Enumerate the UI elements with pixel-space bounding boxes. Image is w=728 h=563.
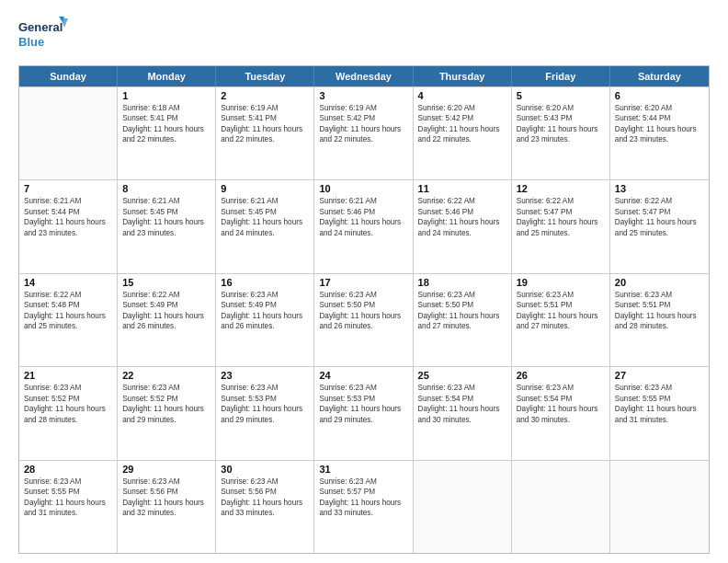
daylight-line: Daylight: 11 hours hoursand 23 minutes. (615, 124, 704, 145)
day-cell-1: 1 Sunrise: 6:18 AM Sunset: 5:41 PM Dayli… (118, 87, 216, 179)
day-number: 18 (418, 277, 506, 288)
day-number: 25 (418, 370, 506, 381)
daylight-line: Daylight: 11 hours hoursand 28 minutes. (615, 311, 704, 332)
sunset-line: Sunset: 5:55 PM (615, 394, 704, 404)
day-cell-31: 31 Sunrise: 6:23 AM Sunset: 5:57 PM Dayl… (314, 461, 413, 553)
sunset-line: Sunset: 5:42 PM (319, 113, 407, 123)
general-blue-logo: General Blue (18, 15, 69, 56)
sunset-line: Sunset: 5:53 PM (221, 394, 309, 404)
sunrise-line: Sunrise: 6:23 AM (517, 383, 605, 393)
day-cell-3: 3 Sunrise: 6:19 AM Sunset: 5:42 PM Dayli… (314, 87, 413, 179)
daylight-line: Daylight: 11 hours hoursand 28 minutes. (24, 404, 112, 425)
day-cell-17: 17 Sunrise: 6:23 AM Sunset: 5:50 PM Dayl… (314, 274, 413, 366)
day-number: 7 (24, 183, 112, 194)
day-cell-5: 5 Sunrise: 6:20 AM Sunset: 5:43 PM Dayli… (512, 87, 610, 179)
sunrise-line: Sunrise: 6:21 AM (221, 196, 309, 206)
day-number: 28 (24, 464, 112, 475)
daylight-line: Daylight: 11 hours hoursand 22 minutes. (418, 124, 506, 145)
sunrise-line: Sunrise: 6:20 AM (615, 103, 704, 113)
day-number: 23 (221, 370, 309, 381)
day-cell-28: 28 Sunrise: 6:23 AM Sunset: 5:55 PM Dayl… (19, 461, 118, 553)
sunrise-line: Sunrise: 6:23 AM (319, 477, 407, 487)
day-cell-15: 15 Sunrise: 6:22 AM Sunset: 5:49 PM Dayl… (118, 274, 216, 366)
day-number: 19 (517, 277, 605, 288)
day-number: 24 (319, 370, 407, 381)
calendar-week-2: 7 Sunrise: 6:21 AM Sunset: 5:44 PM Dayli… (19, 179, 709, 272)
sunrise-line: Sunrise: 6:23 AM (122, 383, 210, 393)
logo: General Blue (18, 15, 69, 56)
day-number: 9 (221, 183, 309, 194)
daylight-line: Daylight: 11 hours hoursand 32 minutes. (122, 498, 210, 519)
sunset-line: Sunset: 5:57 PM (319, 487, 407, 497)
day-cell-16: 16 Sunrise: 6:23 AM Sunset: 5:49 PM Dayl… (216, 274, 314, 366)
day-number: 22 (122, 370, 210, 381)
daylight-line: Daylight: 11 hours hoursand 26 minutes. (221, 311, 309, 332)
daylight-line: Daylight: 11 hours hoursand 26 minutes. (319, 311, 407, 332)
empty-cell (414, 461, 512, 553)
daylight-line: Daylight: 11 hours hoursand 30 minutes. (418, 404, 506, 425)
sunrise-line: Sunrise: 6:23 AM (122, 477, 210, 487)
sunset-line: Sunset: 5:52 PM (24, 394, 112, 404)
day-number: 11 (418, 183, 506, 194)
day-cell-18: 18 Sunrise: 6:23 AM Sunset: 5:50 PM Dayl… (414, 274, 512, 366)
empty-cell (19, 87, 118, 179)
day-number: 12 (517, 183, 605, 194)
calendar-week-1: 1 Sunrise: 6:18 AM Sunset: 5:41 PM Dayli… (19, 86, 709, 179)
daylight-line: Daylight: 11 hours hoursand 23 minutes. (122, 217, 210, 238)
daylight-line: Daylight: 11 hours hoursand 33 minutes. (221, 498, 309, 519)
calendar-week-4: 21 Sunrise: 6:23 AM Sunset: 5:52 PM Dayl… (19, 366, 709, 459)
day-cell-21: 21 Sunrise: 6:23 AM Sunset: 5:52 PM Dayl… (19, 367, 118, 459)
day-cell-7: 7 Sunrise: 6:21 AM Sunset: 5:44 PM Dayli… (19, 180, 118, 272)
day-cell-9: 9 Sunrise: 6:21 AM Sunset: 5:45 PM Dayli… (216, 180, 314, 272)
sunrise-line: Sunrise: 6:22 AM (517, 196, 605, 206)
day-cell-13: 13 Sunrise: 6:22 AM Sunset: 5:47 PM Dayl… (610, 180, 709, 272)
sunset-line: Sunset: 5:46 PM (418, 207, 506, 217)
sunrise-line: Sunrise: 6:21 AM (24, 196, 112, 206)
sunset-line: Sunset: 5:44 PM (24, 207, 112, 217)
day-cell-8: 8 Sunrise: 6:21 AM Sunset: 5:45 PM Dayli… (118, 180, 216, 272)
svg-text:General: General (18, 20, 63, 34)
sunset-line: Sunset: 5:51 PM (615, 300, 704, 310)
day-cell-23: 23 Sunrise: 6:23 AM Sunset: 5:53 PM Dayl… (216, 367, 314, 459)
sunset-line: Sunset: 5:45 PM (221, 207, 309, 217)
day-number: 30 (221, 464, 309, 475)
sunrise-line: Sunrise: 6:23 AM (221, 383, 309, 393)
day-number: 13 (615, 183, 704, 194)
daylight-line: Daylight: 11 hours hoursand 25 minutes. (517, 217, 605, 238)
sunset-line: Sunset: 5:54 PM (418, 394, 506, 404)
day-cell-2: 2 Sunrise: 6:19 AM Sunset: 5:41 PM Dayli… (216, 87, 314, 179)
daylight-line: Daylight: 11 hours hoursand 27 minutes. (418, 311, 506, 332)
calendar-week-5: 28 Sunrise: 6:23 AM Sunset: 5:55 PM Dayl… (19, 460, 709, 553)
day-cell-4: 4 Sunrise: 6:20 AM Sunset: 5:42 PM Dayli… (414, 87, 512, 179)
header-day-tuesday: Tuesday (216, 66, 314, 86)
sunset-line: Sunset: 5:50 PM (319, 300, 407, 310)
day-cell-19: 19 Sunrise: 6:23 AM Sunset: 5:51 PM Dayl… (512, 274, 610, 366)
daylight-line: Daylight: 11 hours hoursand 26 minutes. (122, 311, 210, 332)
sunset-line: Sunset: 5:54 PM (517, 394, 605, 404)
sunset-line: Sunset: 5:55 PM (24, 487, 112, 497)
day-cell-26: 26 Sunrise: 6:23 AM Sunset: 5:54 PM Dayl… (512, 367, 610, 459)
day-cell-20: 20 Sunrise: 6:23 AM Sunset: 5:51 PM Dayl… (610, 274, 709, 366)
svg-text:Blue: Blue (18, 35, 44, 49)
sunrise-line: Sunrise: 6:22 AM (24, 290, 112, 300)
day-cell-24: 24 Sunrise: 6:23 AM Sunset: 5:53 PM Dayl… (314, 367, 413, 459)
sunset-line: Sunset: 5:56 PM (221, 487, 309, 497)
daylight-line: Daylight: 11 hours hoursand 24 minutes. (319, 217, 407, 238)
empty-cell (610, 461, 709, 553)
day-number: 16 (221, 277, 309, 288)
header-day-monday: Monday (118, 66, 216, 86)
sunset-line: Sunset: 5:47 PM (615, 207, 704, 217)
day-number: 17 (319, 277, 407, 288)
daylight-line: Daylight: 11 hours hoursand 29 minutes. (319, 404, 407, 425)
day-number: 31 (319, 464, 407, 475)
daylight-line: Daylight: 11 hours hoursand 24 minutes. (221, 217, 309, 238)
day-number: 2 (221, 90, 309, 101)
daylight-line: Daylight: 11 hours hoursand 27 minutes. (517, 311, 605, 332)
calendar-body: 1 Sunrise: 6:18 AM Sunset: 5:41 PM Dayli… (19, 86, 709, 553)
day-cell-10: 10 Sunrise: 6:21 AM Sunset: 5:46 PM Dayl… (314, 180, 413, 272)
sunrise-line: Sunrise: 6:18 AM (122, 103, 210, 113)
sunset-line: Sunset: 5:49 PM (221, 300, 309, 310)
daylight-line: Daylight: 11 hours hoursand 33 minutes. (319, 498, 407, 519)
day-number: 5 (517, 90, 605, 101)
sunset-line: Sunset: 5:44 PM (615, 113, 704, 123)
